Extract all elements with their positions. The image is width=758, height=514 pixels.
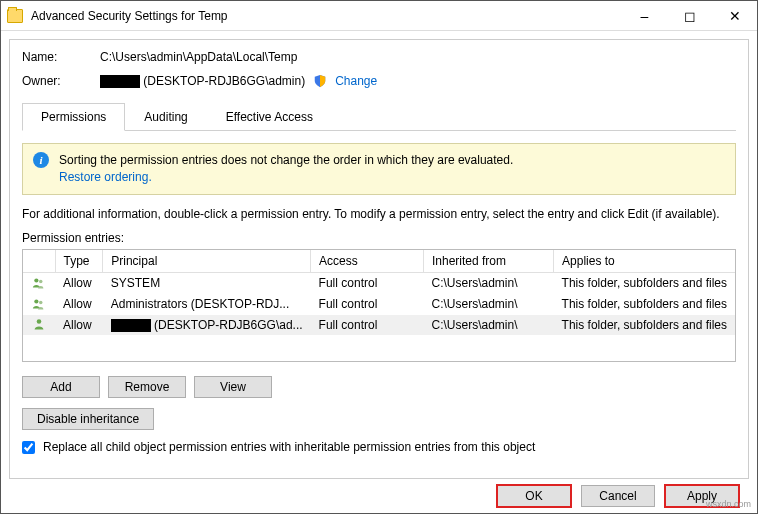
owner-label: Owner: bbox=[22, 74, 100, 88]
tabs: Permissions Auditing Effective Access bbox=[22, 102, 736, 131]
window-title: Advanced Security Settings for Temp bbox=[31, 9, 622, 23]
owner-suffix: (DESKTOP-RDJB6GG\admin) bbox=[143, 74, 305, 88]
replace-checkbox[interactable] bbox=[22, 441, 35, 454]
hint-text: For additional information, double-click… bbox=[22, 207, 736, 221]
info-text: Sorting the permission entries does not … bbox=[59, 152, 513, 186]
owner-redacted: (DESKTOP-RDJB6GG\admin) bbox=[100, 74, 305, 88]
table-row[interactable]: AllowAdministrators (DESKTOP-RDJ...Full … bbox=[23, 294, 735, 315]
shield-icon bbox=[313, 74, 327, 88]
owner-value: (DESKTOP-RDJB6GG\admin) Change bbox=[100, 74, 736, 88]
row-type: Allow bbox=[55, 272, 103, 293]
permission-table: Type Principal Access Inherited from App… bbox=[22, 249, 736, 362]
row-applies: This folder, subfolders and files bbox=[554, 294, 735, 315]
svg-point-2 bbox=[34, 299, 38, 303]
minimize-button[interactable]: – bbox=[622, 1, 667, 30]
svg-point-4 bbox=[37, 320, 42, 325]
cancel-button[interactable]: Cancel bbox=[581, 485, 655, 507]
info-icon: i bbox=[33, 152, 49, 168]
row-principal: Administrators (DESKTOP-RDJ... bbox=[103, 294, 311, 315]
content: Name: C:\Users\admin\AppData\Local\Temp … bbox=[9, 39, 749, 479]
row-inherited: C:\Users\admin\ bbox=[423, 315, 553, 336]
row-access: Full control bbox=[311, 315, 424, 336]
col-access[interactable]: Access bbox=[311, 250, 424, 273]
maximize-button[interactable]: ◻ bbox=[667, 1, 712, 30]
info-box: i Sorting the permission entries does no… bbox=[22, 143, 736, 195]
row-icon bbox=[23, 294, 55, 315]
replace-checkbox-label: Replace all child object permission entr… bbox=[43, 440, 535, 454]
row-applies: This folder, subfolders and files bbox=[554, 272, 735, 293]
remove-button[interactable]: Remove bbox=[108, 376, 186, 398]
col-icon[interactable] bbox=[23, 250, 55, 273]
row-icon bbox=[23, 272, 55, 293]
change-owner-link[interactable]: Change bbox=[335, 74, 377, 88]
folder-icon bbox=[7, 9, 23, 23]
row-type: Allow bbox=[55, 315, 103, 336]
entries-label: Permission entries: bbox=[22, 231, 736, 245]
tab-pane: i Sorting the permission entries does no… bbox=[22, 131, 736, 472]
row-type: Allow bbox=[55, 294, 103, 315]
row-access: Full control bbox=[311, 272, 424, 293]
row-principal: (DESKTOP-RDJB6GG\ad... bbox=[103, 315, 311, 336]
svg-point-1 bbox=[39, 279, 43, 283]
content-outer: Name: C:\Users\admin\AppData\Local\Temp … bbox=[1, 31, 757, 513]
name-label: Name: bbox=[22, 50, 100, 64]
row-access: Full control bbox=[311, 294, 424, 315]
info-line1: Sorting the permission entries does not … bbox=[59, 152, 513, 169]
inheritance-buttons: Disable inheritance bbox=[22, 408, 736, 430]
tab-auditing[interactable]: Auditing bbox=[125, 103, 206, 131]
replace-checkbox-row[interactable]: Replace all child object permission entr… bbox=[22, 440, 736, 454]
window: Advanced Security Settings for Temp – ◻ … bbox=[0, 0, 758, 514]
close-button[interactable]: ✕ bbox=[712, 1, 757, 30]
table-header-row: Type Principal Access Inherited from App… bbox=[23, 250, 735, 273]
row-inherited: C:\Users\admin\ bbox=[423, 272, 553, 293]
row-applies: This folder, subfolders and files bbox=[554, 315, 735, 336]
svg-point-3 bbox=[39, 300, 43, 304]
table-row[interactable]: Allow (DESKTOP-RDJB6GG\ad...Full control… bbox=[23, 315, 735, 336]
owner-row: Owner: (DESKTOP-RDJB6GG\admin) Change bbox=[22, 74, 736, 88]
table-row[interactable]: AllowSYSTEMFull controlC:\Users\admin\Th… bbox=[23, 272, 735, 293]
name-row: Name: C:\Users\admin\AppData\Local\Temp bbox=[22, 50, 736, 64]
col-type[interactable]: Type bbox=[55, 250, 103, 273]
name-value: C:\Users\admin\AppData\Local\Temp bbox=[100, 50, 736, 64]
disable-inheritance-button[interactable]: Disable inheritance bbox=[22, 408, 154, 430]
restore-ordering-link[interactable]: Restore ordering. bbox=[59, 170, 152, 184]
row-principal: SYSTEM bbox=[103, 272, 311, 293]
view-button[interactable]: View bbox=[194, 376, 272, 398]
row-inherited: C:\Users\admin\ bbox=[423, 294, 553, 315]
ok-button[interactable]: OK bbox=[497, 485, 571, 507]
dialog-buttons: OK Cancel Apply bbox=[9, 479, 749, 513]
window-controls: – ◻ ✕ bbox=[622, 1, 757, 30]
col-applies[interactable]: Applies to bbox=[554, 250, 735, 273]
titlebar: Advanced Security Settings for Temp – ◻ … bbox=[1, 1, 757, 31]
col-inherited[interactable]: Inherited from bbox=[423, 250, 553, 273]
apply-button[interactable]: Apply bbox=[665, 485, 739, 507]
tab-permissions[interactable]: Permissions bbox=[22, 103, 125, 131]
col-principal[interactable]: Principal bbox=[103, 250, 311, 273]
entry-buttons: Add Remove View bbox=[22, 376, 736, 398]
add-button[interactable]: Add bbox=[22, 376, 100, 398]
row-icon bbox=[23, 315, 55, 336]
svg-point-0 bbox=[34, 278, 38, 282]
tab-effective-access[interactable]: Effective Access bbox=[207, 103, 332, 131]
